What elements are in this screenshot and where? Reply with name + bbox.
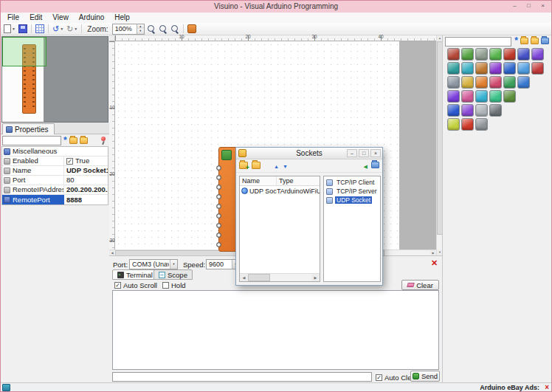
socket-list-item[interactable]: UDP Socket1 TArduinoWiFiUDPSock <box>240 186 320 196</box>
undo-button[interactable]: ↺▼ <box>52 24 64 35</box>
palette-collapse-icon[interactable] <box>531 38 539 44</box>
new-project-button[interactable]: ▼ <box>3 24 16 35</box>
component-icon[interactable] <box>489 104 502 117</box>
palette-filter-icon[interactable]: * <box>514 37 518 44</box>
component-icon[interactable] <box>475 62 488 75</box>
component-icon[interactable] <box>475 48 488 61</box>
auto-scroll-checkbox[interactable]: Auto Scroll <box>114 281 157 289</box>
component-icon[interactable] <box>517 76 530 89</box>
tab-terminal[interactable]: Terminal <box>112 269 158 280</box>
palette-categories-icon[interactable] <box>541 38 549 44</box>
menu-item[interactable]: Help <box>109 13 135 23</box>
combo-arrow-icon[interactable]: ▼ <box>170 260 177 269</box>
component-icon[interactable] <box>475 90 488 103</box>
property-category-row[interactable]: Miscellaneous <box>2 147 108 157</box>
menu-item[interactable]: View <box>47 13 74 23</box>
zoom-spinner[interactable]: ▲▼ <box>137 24 144 34</box>
component-icon[interactable] <box>447 104 460 117</box>
component-icon[interactable] <box>447 76 460 89</box>
port-combobox[interactable]: COM3 (Unav ▼ <box>129 259 178 269</box>
save-button[interactable] <box>18 24 28 35</box>
auto-scroll-checkbox-box[interactable] <box>114 282 121 289</box>
list-horizontal-scrollbar[interactable]: ◀ ▶ <box>240 273 320 281</box>
disconnect-button[interactable]: ✕ <box>431 258 438 268</box>
component-icon[interactable] <box>531 48 544 61</box>
clear-button[interactable]: Clear <box>401 280 439 290</box>
component-icon[interactable] <box>475 118 488 131</box>
tree-item-tcp-client[interactable]: TCP/IP Client <box>324 178 380 187</box>
component-icon[interactable] <box>489 76 502 89</box>
component-icon[interactable] <box>461 118 474 131</box>
scroll-right-arrow[interactable]: ▶ <box>311 274 320 281</box>
tree-item-tcp-server[interactable]: TCP/IP Server <box>324 187 380 196</box>
canvas-overview-panel[interactable] <box>1 36 108 123</box>
component-icon[interactable] <box>503 48 516 61</box>
zoom-fit-button[interactable] <box>170 24 180 35</box>
back-button[interactable]: ◀ <box>364 162 368 170</box>
component-icon[interactable] <box>461 104 474 117</box>
properties-search-input[interactable] <box>2 136 61 145</box>
component-icon[interactable] <box>489 62 502 75</box>
property-value-enabled[interactable]: True <box>64 157 108 166</box>
category-view-button[interactable] <box>371 162 379 170</box>
overview-viewport-rect[interactable] <box>2 37 46 66</box>
menu-item[interactable]: File <box>2 13 24 23</box>
component-icon[interactable] <box>489 90 502 103</box>
component-icon[interactable] <box>447 118 460 131</box>
add-socket-button[interactable] <box>239 162 248 171</box>
menu-item[interactable]: Edit <box>24 13 47 23</box>
board-settings-button[interactable] <box>187 24 197 35</box>
component-icon[interactable] <box>517 48 530 61</box>
filter-icon[interactable]: * <box>63 137 67 144</box>
component-icon[interactable] <box>531 62 544 75</box>
property-row-remoteport[interactable]: RemotePort 8888 <box>2 195 108 204</box>
component-icon[interactable] <box>447 90 460 103</box>
dialog-minimize-button[interactable]: – <box>347 149 357 157</box>
enabled-checkbox[interactable] <box>66 158 73 165</box>
palette-expand-icon[interactable] <box>520 38 528 44</box>
dialog-titlebar[interactable]: Sockets – □ × <box>236 148 382 159</box>
hold-checkbox-box[interactable] <box>162 282 169 289</box>
dialog-close-button[interactable]: × <box>370 149 381 157</box>
open-folder-button[interactable] <box>252 162 261 171</box>
close-button[interactable]: × <box>537 1 549 11</box>
canvas-vertical-scrollbar[interactable]: ▲ ▼ <box>436 35 442 255</box>
scroll-thumb[interactable] <box>248 274 270 281</box>
property-row-port[interactable]: Port 80 <box>2 176 108 185</box>
ads-close-button[interactable]: × <box>545 383 549 391</box>
column-header-name[interactable]: Name <box>240 176 277 185</box>
grid-toggle-button[interactable] <box>35 24 45 35</box>
component-icon[interactable] <box>461 48 474 61</box>
component-icon[interactable] <box>517 62 530 75</box>
titlebar[interactable]: Visuino - Visual Arduino Programming – □… <box>1 1 551 13</box>
property-value-remoteport[interactable]: 8888 <box>64 195 108 204</box>
zoom-out-button[interactable] <box>158 24 168 35</box>
property-row-name[interactable]: Name UDP Socket1 <box>2 166 108 176</box>
pin-icon[interactable] <box>99 137 106 145</box>
component-icon[interactable] <box>475 104 488 117</box>
dialog-maximize-button[interactable]: □ <box>359 149 369 157</box>
component-icon[interactable] <box>447 62 460 75</box>
component-icon[interactable] <box>461 62 474 75</box>
property-value-remoteipaddress[interactable]: 200.200.200.200 <box>64 185 108 195</box>
property-row-enabled[interactable]: Enabled True <box>2 157 108 166</box>
tab-properties[interactable]: Properties <box>2 123 55 134</box>
move-down-button[interactable]: ▼ <box>283 162 288 170</box>
palette-search-input[interactable] <box>445 37 511 47</box>
maximize-button[interactable]: □ <box>522 1 535 11</box>
property-value-name[interactable]: UDP Socket1 <box>64 166 108 176</box>
status-board-icon[interactable] <box>2 384 10 391</box>
component-icon[interactable] <box>447 48 460 61</box>
zoom-in-button[interactable] <box>146 24 156 35</box>
minimize-button[interactable]: – <box>508 1 521 11</box>
component-icon[interactable] <box>475 76 488 89</box>
expand-all-icon[interactable] <box>69 137 77 144</box>
collapse-all-icon[interactable] <box>80 137 88 144</box>
component-icon[interactable] <box>503 76 516 89</box>
component-icon[interactable] <box>489 48 502 61</box>
auto-clear-checkbox-box[interactable] <box>376 374 382 381</box>
column-header-type[interactable]: Type <box>277 176 294 185</box>
property-row-remoteipaddress[interactable]: RemoteIPAddress 200.200.200.200 <box>2 185 108 195</box>
component-icon[interactable] <box>503 90 516 103</box>
property-value-port[interactable]: 80 <box>64 176 108 185</box>
